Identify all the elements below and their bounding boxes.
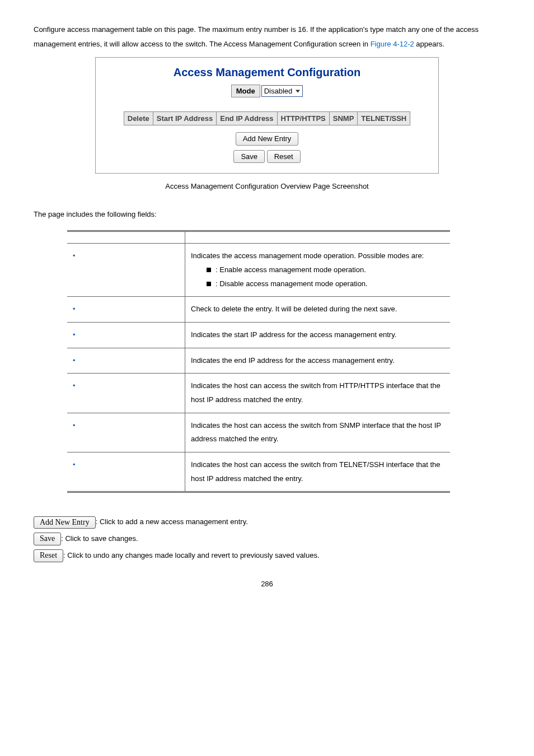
- th-snmp: SNMP: [329, 112, 358, 125]
- bullet-icon: •: [73, 328, 83, 342]
- mode-desc-intro: Indicates the access management mode ope…: [191, 251, 424, 260]
- intro-text-after: appears.: [414, 40, 444, 48]
- page-number: 286: [34, 580, 500, 588]
- save-button[interactable]: Save: [233, 150, 265, 164]
- description-cell: Indicates the host can access the switch…: [185, 374, 450, 413]
- description-cell: Indicates the access management mode ope…: [185, 244, 450, 297]
- object-cell: •: [67, 244, 185, 297]
- square-bullet-icon: [207, 282, 211, 286]
- table-row: • Indicates the end IP address for the a…: [67, 348, 450, 374]
- mode-disabled-desc: : Disable access management mode operati…: [216, 279, 368, 288]
- save-help: Save: Click to save changes.: [34, 532, 500, 546]
- reset-button[interactable]: Reset: [267, 150, 301, 164]
- th-telnet-ssh: TELNET/SSH: [358, 112, 410, 125]
- table-row: • Indicates the start IP address for the…: [67, 322, 450, 348]
- add-entry-desc: : Click to add a new access management e…: [96, 517, 248, 526]
- add-new-entry-button[interactable]: Add New Entry: [236, 132, 299, 146]
- bullet-icon: •: [73, 354, 83, 368]
- th-http-https: HTTP/HTTPS: [277, 112, 329, 125]
- reset-desc: : Click to undo any changes made locally…: [63, 551, 319, 559]
- description-cell: Indicates the host can access the switch…: [185, 452, 450, 492]
- table-header-row: [67, 231, 450, 244]
- object-cell: •: [67, 452, 185, 492]
- figure-link[interactable]: Figure 4-12-2: [371, 40, 414, 48]
- object-cell: •: [67, 374, 185, 413]
- description-cell: Indicates the start IP address for the a…: [185, 322, 450, 348]
- reset-help: Reset: Click to undo any changes made lo…: [34, 549, 500, 563]
- figure-screenshot: Access Management Configuration Mode Dis…: [95, 57, 439, 174]
- description-cell: Indicates the end IP address for the acc…: [185, 348, 450, 374]
- figure-caption: Access Management Configuration Overview…: [34, 182, 500, 190]
- object-cell: •: [67, 413, 185, 452]
- object-cell: •: [67, 322, 185, 348]
- fields-table: • Indicates the access management mode o…: [67, 230, 450, 493]
- square-bullet-icon: [207, 268, 211, 272]
- th-object: [67, 231, 185, 244]
- reset-button-inline[interactable]: Reset: [34, 549, 63, 562]
- mode-row: Mode Disabled: [231, 85, 303, 97]
- save-button-inline[interactable]: Save: [34, 533, 61, 545]
- table-row: • Indicates the host can access the swit…: [67, 413, 450, 452]
- object-cell: •: [67, 297, 185, 323]
- add-entry-help: Add New Entry: Click to add a new access…: [34, 515, 500, 529]
- object-cell: •: [67, 348, 185, 374]
- th-delete: Delete: [124, 112, 153, 125]
- bullet-icon: •: [73, 249, 83, 263]
- entries-table: Delete Start IP Address End IP Address H…: [124, 111, 410, 125]
- description-cell: Indicates the host can access the switch…: [185, 413, 450, 452]
- th-start-ip: Start IP Address: [153, 112, 216, 125]
- table-row: • Indicates the access management mode o…: [67, 244, 450, 297]
- add-new-entry-button-inline[interactable]: Add New Entry: [34, 516, 96, 529]
- table-row: • Indicates the host can access the swit…: [67, 374, 450, 413]
- table-row: • Indicates the host can access the swit…: [67, 452, 450, 492]
- mode-label: Mode: [231, 85, 260, 97]
- mode-select[interactable]: Disabled: [261, 85, 303, 97]
- bullet-icon: •: [73, 302, 83, 316]
- table-row: • Check to delete the entry. It will be …: [67, 297, 450, 323]
- fields-intro: The page includes the following fields:: [34, 207, 500, 222]
- th-description: [185, 231, 450, 244]
- figure-title: Access Management Configuration: [101, 66, 433, 79]
- bullet-icon: •: [73, 379, 83, 393]
- description-cell: Check to delete the entry. It will be de…: [185, 297, 450, 323]
- mode-enabled-desc: : Enable access management mode operatio…: [216, 265, 366, 274]
- th-end-ip: End IP Address: [217, 112, 277, 125]
- save-desc: : Click to save changes.: [61, 534, 138, 543]
- bullet-icon: •: [73, 458, 83, 472]
- intro-paragraph: Configure access management table on thi…: [34, 22, 500, 52]
- bullet-icon: •: [73, 419, 83, 433]
